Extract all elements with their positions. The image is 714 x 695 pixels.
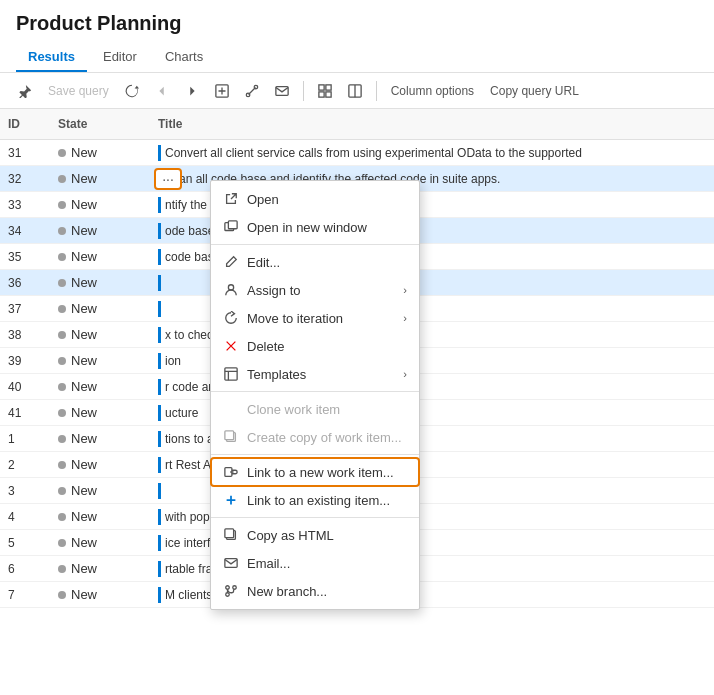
title-bar xyxy=(158,223,161,239)
state-label: New xyxy=(71,223,97,238)
cell-title: Convert all client service calls from us… xyxy=(150,142,714,164)
menu-item-delete[interactable]: Delete xyxy=(211,332,419,360)
back-button[interactable] xyxy=(149,80,175,102)
cell-id: 4 xyxy=(0,507,50,527)
tab-charts[interactable]: Charts xyxy=(153,43,215,72)
assign-to-label: Assign to xyxy=(247,283,300,298)
menu-item-templates[interactable]: Templates› xyxy=(211,360,419,388)
svg-rect-4 xyxy=(319,84,324,89)
state-label: New xyxy=(71,561,97,576)
refresh-button[interactable] xyxy=(119,80,145,102)
cell-id: 5 xyxy=(0,533,50,553)
menu-item-edit[interactable]: Edit... xyxy=(211,248,419,276)
link-icon xyxy=(245,84,259,98)
tab-editor[interactable]: Editor xyxy=(91,43,149,72)
menu-item-open-new-window[interactable]: Open in new window xyxy=(211,213,419,241)
cell-id: 3 xyxy=(0,481,50,501)
templates-icon xyxy=(223,366,239,382)
table-header-row: ID State Title xyxy=(0,109,714,140)
menu-item-clone: Clone work item xyxy=(211,395,419,423)
forward-button[interactable] xyxy=(179,80,205,102)
state-label: New xyxy=(71,353,97,368)
menu-item-move-to-iteration[interactable]: Move to iteration› xyxy=(211,304,419,332)
svg-rect-7 xyxy=(326,91,331,96)
state-dot xyxy=(58,409,66,417)
title-bar xyxy=(158,561,161,577)
email-icon xyxy=(223,555,239,571)
cell-state: New xyxy=(50,506,150,527)
view-button[interactable] xyxy=(312,80,338,102)
copy-query-url-button[interactable]: Copy query URL xyxy=(484,80,585,102)
link-new-icon xyxy=(223,464,239,480)
title-bar xyxy=(158,457,161,473)
state-label: New xyxy=(71,379,97,394)
menu-item-open[interactable]: Open xyxy=(211,185,419,213)
cell-id: 36 xyxy=(0,273,50,293)
state-label: New xyxy=(71,431,97,446)
menu-item-assign-to[interactable]: Assign to› xyxy=(211,276,419,304)
copy-html-icon xyxy=(223,527,239,543)
state-dot xyxy=(58,513,66,521)
state-label: New xyxy=(71,457,97,472)
cell-id: 35 xyxy=(0,247,50,267)
title-text: ucture xyxy=(165,406,198,420)
title-bar xyxy=(158,197,161,213)
cell-state: New xyxy=(50,584,150,605)
pin-button[interactable] xyxy=(12,80,38,102)
svg-rect-12 xyxy=(225,368,237,380)
state-label: New xyxy=(71,405,97,420)
title-bar xyxy=(158,587,161,603)
title-bar xyxy=(158,353,161,369)
svg-rect-3 xyxy=(276,86,288,95)
title-bar xyxy=(158,275,161,291)
state-dot xyxy=(58,279,66,287)
menu-item-link-new[interactable]: Link to a new work item... xyxy=(211,458,419,486)
sep2 xyxy=(376,81,377,101)
clone-icon xyxy=(223,401,239,417)
new-branch-icon xyxy=(223,583,239,599)
cell-state: New xyxy=(50,194,150,215)
state-label: New xyxy=(71,483,97,498)
edit-label: Edit... xyxy=(247,255,280,270)
svg-point-19 xyxy=(226,586,230,590)
title-bar xyxy=(158,327,161,343)
email-label: Email... xyxy=(247,556,290,571)
menu-separator xyxy=(211,244,419,245)
tab-bar: Results Editor Charts xyxy=(16,43,698,72)
delete-icon xyxy=(223,338,239,354)
title-bar xyxy=(158,405,161,421)
copy-html-label: Copy as HTML xyxy=(247,528,334,543)
state-dot xyxy=(58,331,66,339)
state-label: New xyxy=(71,171,97,186)
menu-item-copy-html[interactable]: Copy as HTML xyxy=(211,521,419,549)
row-actions-button[interactable]: ··· xyxy=(154,168,182,190)
save-query-button[interactable]: Save query xyxy=(42,80,115,102)
link-button[interactable] xyxy=(239,80,265,102)
new-work-item-button[interactable] xyxy=(209,80,235,102)
email-button[interactable] xyxy=(269,80,295,102)
menu-item-link-existing[interactable]: Link to an existing item... xyxy=(211,486,419,514)
menu-item-email[interactable]: Email... xyxy=(211,549,419,577)
title-bar xyxy=(158,509,161,525)
cell-state: New xyxy=(50,324,150,345)
cell-id: 7 xyxy=(0,585,50,605)
cell-id: 41 xyxy=(0,403,50,423)
new-work-item-icon xyxy=(215,84,229,98)
title-text: ion xyxy=(165,354,181,368)
open-new-window-icon xyxy=(223,219,239,235)
column-options-button[interactable]: Column options xyxy=(385,80,480,102)
menu-separator xyxy=(211,391,419,392)
forward-icon xyxy=(185,84,199,98)
move-to-iteration-label: Move to iteration xyxy=(247,311,343,326)
menu-separator xyxy=(211,454,419,455)
menu-item-new-branch[interactable]: New branch... xyxy=(211,577,419,605)
cell-state: New xyxy=(50,168,150,189)
table-row[interactable]: 31NewConvert all client service calls fr… xyxy=(0,140,714,166)
cell-state: New xyxy=(50,350,150,371)
col-id: ID xyxy=(0,113,50,135)
tab-results[interactable]: Results xyxy=(16,43,87,72)
title-bar xyxy=(158,145,161,161)
link-existing-icon xyxy=(223,492,239,508)
state-label: New xyxy=(71,249,97,264)
split-button[interactable] xyxy=(342,80,368,102)
